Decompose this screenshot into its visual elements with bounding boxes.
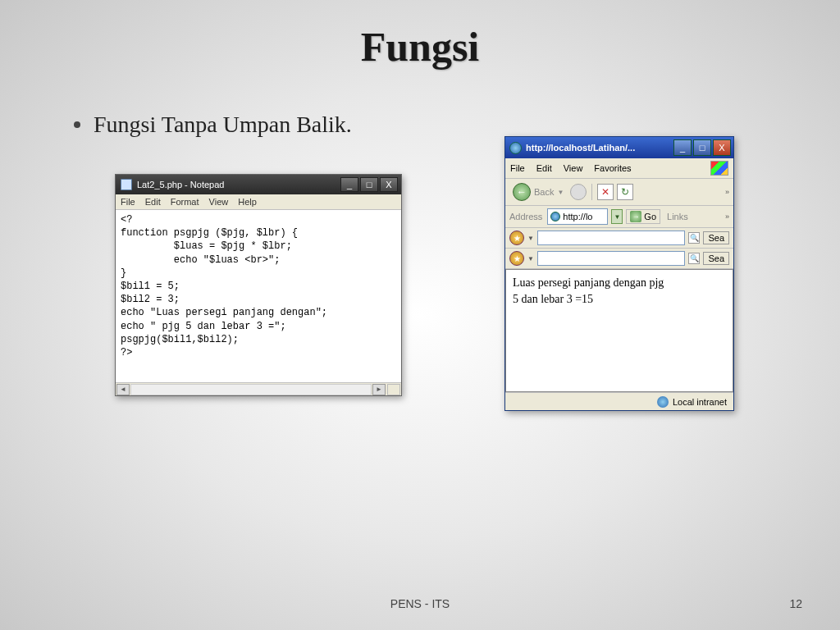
star-icon[interactable]: ★ bbox=[509, 231, 524, 245]
ie-title: http://localhost/Latihan/... bbox=[526, 143, 635, 153]
menu-help[interactable]: Help bbox=[238, 197, 257, 207]
scroll-left-icon[interactable]: ◄ bbox=[116, 384, 130, 395]
ie-titlebar[interactable]: http://localhost/Latihan/... _ □ X bbox=[505, 137, 733, 158]
address-dropdown[interactable]: ▼ bbox=[611, 209, 623, 224]
address-url: http://lo bbox=[563, 212, 592, 221]
links-label[interactable]: Links bbox=[667, 212, 688, 221]
ie-statusbar: Local intranet bbox=[505, 392, 733, 410]
refresh-button[interactable]: ↻ bbox=[617, 184, 633, 200]
back-button[interactable]: ← Back ▼ bbox=[509, 181, 567, 203]
overflow-icon[interactable]: » bbox=[725, 188, 729, 196]
search-input[interactable] bbox=[537, 251, 686, 266]
slide-title: Fungsi bbox=[0, 23, 840, 71]
search-button[interactable]: Sea bbox=[703, 252, 729, 265]
minimize-button[interactable]: _ bbox=[340, 177, 358, 192]
scroll-right-icon[interactable]: ► bbox=[372, 384, 386, 395]
close-button[interactable]: X bbox=[380, 177, 398, 192]
ie-icon bbox=[509, 142, 522, 154]
maximize-button[interactable]: □ bbox=[360, 177, 378, 192]
resize-grip-icon[interactable] bbox=[387, 384, 400, 395]
back-label: Back bbox=[534, 187, 554, 197]
star-icon[interactable]: ★ bbox=[509, 251, 524, 266]
address-label: Address bbox=[509, 212, 542, 221]
go-label: Go bbox=[644, 212, 656, 221]
menu-format[interactable]: Format bbox=[171, 197, 199, 207]
forward-button[interactable] bbox=[570, 184, 587, 200]
windows-flag-icon bbox=[710, 161, 728, 176]
overflow-icon[interactable]: » bbox=[725, 212, 729, 221]
address-input[interactable]: http://lo bbox=[547, 208, 608, 225]
ie-searchbar-1: ★ ▼ 🔍 Sea bbox=[505, 228, 733, 249]
menu-file[interactable]: File bbox=[121, 197, 135, 207]
ie-toolbar: ← Back ▼ ✕ ↻ » bbox=[505, 179, 733, 206]
scroll-track[interactable] bbox=[130, 384, 372, 395]
menu-file[interactable]: File bbox=[510, 163, 525, 173]
search-icon[interactable]: 🔍 bbox=[688, 232, 700, 244]
notepad-window: Lat2_5.php - Notepad _ □ X File Edit For… bbox=[115, 174, 402, 396]
back-icon: ← bbox=[513, 183, 531, 201]
go-button[interactable]: → Go bbox=[626, 209, 660, 224]
close-button[interactable]: X bbox=[713, 139, 731, 156]
page-number: 12 bbox=[789, 597, 802, 610]
minimize-button[interactable]: _ bbox=[673, 139, 692, 156]
notepad-icon bbox=[121, 179, 132, 190]
maximize-button[interactable]: □ bbox=[693, 139, 711, 156]
footer-text: PENS - ITS bbox=[390, 597, 450, 610]
ie-page-content: Luas persegi panjang dengan pjg 5 dan le… bbox=[505, 269, 733, 392]
status-text: Local intranet bbox=[673, 397, 727, 407]
ie-menubar: File Edit View Favorites bbox=[505, 158, 733, 179]
notepad-title: Lat2_5.php - Notepad bbox=[137, 180, 224, 189]
notepad-menubar: File Edit Format View Help bbox=[116, 194, 401, 210]
menu-view[interactable]: View bbox=[564, 163, 583, 173]
ie-searchbar-2: ★ ▼ 🔍 Sea bbox=[505, 249, 733, 269]
notepad-titlebar[interactable]: Lat2_5.php - Notepad _ □ X bbox=[116, 175, 401, 194]
ie-window: http://localhost/Latihan/... _ □ X File … bbox=[504, 136, 734, 411]
menu-favorites[interactable]: Favorites bbox=[594, 163, 631, 173]
search-icon[interactable]: 🔍 bbox=[688, 253, 700, 264]
bullet-item: Fungsi Tanpa Umpan Balik. bbox=[74, 112, 840, 138]
notepad-textarea[interactable]: <? function psgpjg ($pjg, $lbr) { $luas … bbox=[116, 210, 401, 382]
output-line-1: Luas persegi panjang dengan pjg bbox=[513, 275, 726, 291]
menu-edit[interactable]: Edit bbox=[145, 197, 161, 207]
bullet-icon bbox=[74, 121, 80, 128]
menu-view[interactable]: View bbox=[209, 197, 229, 207]
separator bbox=[591, 184, 592, 200]
intranet-icon bbox=[657, 396, 669, 408]
go-icon: → bbox=[630, 211, 641, 222]
output-line-2: 5 dan lebar 3 =15 bbox=[513, 291, 726, 308]
notepad-scrollbar[interactable]: ◄ ► bbox=[116, 382, 401, 395]
bullet-text: Fungsi Tanpa Umpan Balik. bbox=[94, 112, 352, 138]
ie-addressbar: Address http://lo ▼ → Go Links » bbox=[505, 206, 733, 228]
search-button[interactable]: Sea bbox=[703, 231, 729, 244]
page-icon bbox=[550, 212, 560, 221]
search-input[interactable] bbox=[537, 231, 686, 245]
stop-button[interactable]: ✕ bbox=[597, 184, 614, 200]
menu-edit[interactable]: Edit bbox=[536, 163, 552, 173]
